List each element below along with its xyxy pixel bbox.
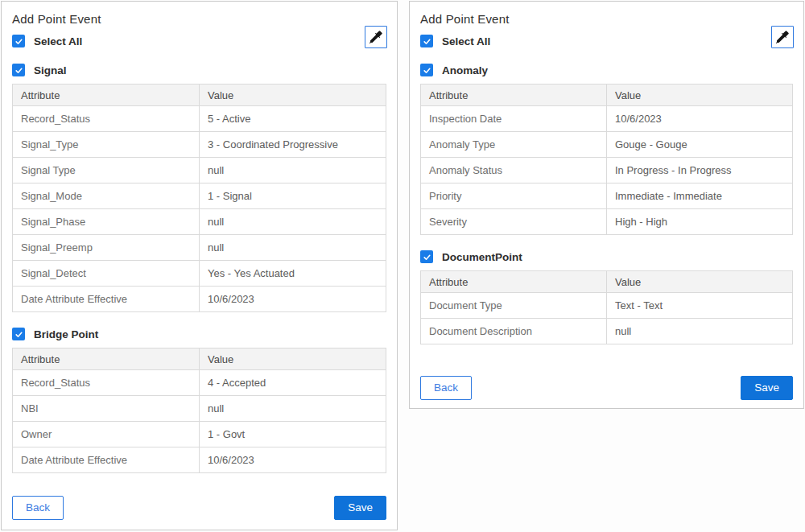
column-header-value: Value (200, 348, 386, 370)
table-row: Date Attribute Effective 10/6/2023 (13, 447, 386, 473)
table-row: Date Attribute Effective 10/6/2023 (13, 287, 386, 312)
table-row: Document Description null (421, 319, 793, 344)
column-header-attribute: Attribute (13, 85, 200, 106)
panel-footer: Back Save (12, 496, 386, 520)
table-row: Signal_Detect Yes - Yes Actuated (13, 261, 386, 287)
attribute-cell: Record_Status (13, 106, 200, 132)
bridge-point-attributes-table: Attribute Value Record_Status 4 - Accept… (12, 348, 386, 473)
value-cell: Yes - Yes Actuated (200, 261, 386, 287)
value-cell: Immediate - Immediate (607, 184, 793, 209)
section-bridge-point: Bridge Point Attribute Value Record_Stat… (12, 327, 386, 473)
attribute-cell: Anomaly Status (421, 158, 607, 184)
check-icon (14, 330, 23, 339)
table-row: Signal_Type 3 - Coordinated Progressive (13, 132, 386, 158)
table-row: Signal_Preemp null (13, 235, 386, 261)
attribute-cell: Date Attribute Effective (13, 447, 200, 473)
anomaly-attributes-table: Attribute Value Inspection Date 10/6/202… (420, 84, 793, 235)
value-cell: 10/6/2023 (607, 106, 793, 132)
attribute-cell: Signal_Detect (13, 261, 200, 287)
signal-checkbox[interactable] (12, 64, 25, 76)
table-row: Anomaly Type Gouge - Gouge (421, 132, 793, 158)
attribute-cell: Signal_Mode (13, 184, 200, 209)
attribute-cell: Document Description (421, 319, 607, 344)
table-row: NBI null (13, 396, 386, 422)
save-button[interactable]: Save (741, 376, 793, 400)
check-icon (423, 253, 431, 262)
select-all-label: Select All (442, 35, 490, 47)
page-title: Add Point Event (420, 12, 793, 26)
table-row: Priority Immediate - Immediate (421, 184, 793, 209)
page-title: Add Point Event (12, 12, 386, 26)
value-cell: null (200, 396, 386, 422)
column-header-attribute: Attribute (13, 348, 200, 370)
check-icon (14, 66, 23, 75)
add-point-event-panel-left: Add Point Event Select All Signal Attrib… (1, 1, 398, 530)
column-header-attribute: Attribute (421, 85, 607, 106)
value-cell: null (200, 235, 386, 261)
check-icon (423, 66, 431, 75)
section-anomaly: Anomaly Attribute Value Inspection Date … (420, 63, 793, 235)
value-cell: 10/6/2023 (200, 287, 386, 312)
attribute-cell: NBI (13, 396, 200, 422)
bridge-point-checkbox[interactable] (12, 328, 25, 340)
eyedropper-button[interactable] (365, 26, 387, 48)
table-row: Signal_Mode 1 - Signal (13, 184, 386, 209)
section-label: Anomaly (442, 64, 488, 76)
panel-footer: Back Save (420, 376, 793, 400)
select-all-checkbox[interactable] (420, 35, 433, 47)
attribute-cell: Date Attribute Effective (13, 287, 200, 312)
column-header-value: Value (200, 85, 386, 106)
value-cell: Text - Text (607, 293, 793, 319)
value-cell: null (200, 209, 386, 235)
value-cell: 3 - Coordinated Progressive (200, 132, 386, 158)
value-cell: null (607, 319, 793, 344)
column-header-value: Value (607, 85, 793, 106)
back-button[interactable]: Back (420, 376, 472, 400)
attribute-cell: Signal_Preemp (13, 235, 200, 261)
select-all-row: Select All (420, 34, 793, 48)
section-label: DocumentPoint (442, 251, 522, 263)
attribute-cell: Owner (13, 422, 200, 447)
value-cell: In Progress - In Progress (607, 158, 793, 184)
value-cell: 4 - Accepted (200, 370, 386, 396)
table-row: Severity High - High (421, 209, 793, 235)
select-all-row: Select All (12, 34, 386, 48)
table-row: Owner 1 - Govt (13, 422, 386, 447)
signal-attributes-table: Attribute Value Record_Status 5 - Active… (12, 84, 386, 312)
check-icon (14, 37, 23, 46)
eyedropper-button[interactable] (771, 26, 794, 48)
attribute-cell: Inspection Date (421, 106, 607, 132)
table-row: Document Type Text - Text (421, 293, 793, 319)
table-row: Inspection Date 10/6/2023 (421, 106, 793, 132)
check-icon (423, 37, 431, 46)
back-button[interactable]: Back (12, 496, 64, 520)
attribute-cell: Signal_Type (13, 132, 200, 158)
table-row: Record_Status 4 - Accepted (13, 370, 386, 396)
value-cell: 10/6/2023 (200, 447, 386, 473)
anomaly-checkbox[interactable] (420, 64, 433, 76)
select-all-checkbox[interactable] (12, 35, 25, 47)
add-point-event-panel-right: Add Point Event Select All Anomaly Attri… (409, 1, 804, 409)
column-header-attribute: Attribute (421, 271, 607, 293)
attribute-cell: Priority (421, 184, 607, 209)
value-cell: null (200, 158, 386, 184)
attribute-cell: Severity (421, 209, 607, 235)
value-cell: 1 - Signal (200, 184, 386, 209)
attribute-cell: Signal Type (13, 158, 200, 184)
value-cell: Gouge - Gouge (607, 132, 793, 158)
save-button[interactable]: Save (334, 496, 386, 520)
document-point-checkbox[interactable] (420, 250, 433, 263)
table-row: Signal_Phase null (13, 209, 386, 235)
table-row: Record_Status 5 - Active (13, 106, 386, 132)
value-cell: 1 - Govt (200, 422, 386, 447)
value-cell: 5 - Active (200, 106, 386, 132)
column-header-value: Value (607, 271, 793, 293)
table-row: Anomaly Status In Progress - In Progress (421, 158, 793, 184)
section-label: Signal (34, 64, 67, 76)
section-label: Bridge Point (34, 328, 98, 340)
section-document-point: DocumentPoint Attribute Value Document T… (420, 250, 793, 344)
attribute-cell: Anomaly Type (421, 132, 607, 158)
value-cell: High - High (607, 209, 793, 235)
select-all-label: Select All (34, 35, 82, 47)
attribute-cell: Document Type (421, 293, 607, 319)
